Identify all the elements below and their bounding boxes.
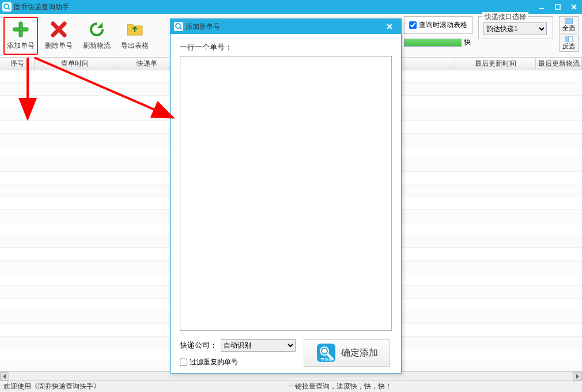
plus-icon — [12, 20, 30, 39]
col-seq[interactable]: 序号 — [0, 58, 35, 70]
refresh-button[interactable]: 刷新物流 — [80, 17, 114, 55]
close-button[interactable] — [566, 0, 582, 14]
add-order-dialog: 添加新单号 一行一个单号： 快递公司： 自动识别 过滤重复的单号 — [170, 18, 402, 374]
folder-export-icon — [126, 20, 144, 39]
export-button[interactable]: 导出表格 — [118, 17, 152, 55]
company-label: 快递公司： — [180, 340, 217, 350]
svg-line-12 — [180, 28, 182, 29]
select-all-label: 全选 — [562, 24, 575, 32]
confirm-add-button[interactable]: 查快递 确定添加 — [304, 339, 390, 367]
dialog-title: 添加新单号 — [186, 22, 220, 32]
invert-select-button[interactable]: 反选 — [559, 35, 579, 52]
interface-select[interactable]: 韵达快递1 — [483, 22, 547, 35]
svg-line-1 — [8, 8, 10, 10]
svg-rect-7 — [13, 28, 28, 31]
status-left: 欢迎使用《固乔快递查询快手》 — [3, 382, 100, 391]
scroll-checkbox-label: 查询时滚动表格 — [419, 20, 467, 30]
search-package-icon: 查快递 — [316, 342, 337, 363]
scroll-checkbox-frame[interactable]: 查询时滚动表格 — [404, 16, 473, 34]
col-time[interactable]: 查单时间 — [35, 58, 115, 70]
x-icon — [50, 20, 68, 39]
filter-duplicate-checkbox[interactable] — [180, 359, 187, 366]
refresh-icon — [88, 20, 106, 39]
window-title: 固乔快递查询助手 — [14, 2, 69, 12]
dialog-hint: 一行一个单号： — [180, 42, 392, 52]
scroll-checkbox[interactable] — [409, 21, 417, 29]
svg-rect-8 — [565, 18, 573, 24]
company-select[interactable]: 自动识别 — [221, 339, 296, 352]
svg-point-11 — [176, 24, 180, 28]
statusbar: 欢迎使用《固乔快递查询快手》 一键批量查询，速度快，快，快！ — [0, 380, 582, 392]
svg-point-0 — [4, 4, 9, 9]
dialog-app-icon — [174, 22, 183, 31]
svg-rect-10 — [569, 36, 573, 42]
delete-order-button[interactable]: 删除单号 — [41, 17, 76, 55]
app-icon — [2, 2, 12, 12]
col-lastlog[interactable]: 最后更新物流 — [536, 58, 582, 70]
order-textarea[interactable] — [180, 56, 392, 331]
scroll-right-icon[interactable] — [573, 372, 582, 380]
svg-rect-3 — [555, 5, 560, 9]
select-all-button[interactable]: 全选 — [559, 16, 579, 33]
interface-legend: 快递接口选择 — [482, 12, 528, 22]
dialog-titlebar: 添加新单号 — [171, 19, 401, 34]
col-update[interactable]: 最后更新时间 — [455, 58, 536, 70]
export-label: 导出表格 — [121, 41, 149, 51]
minimize-button[interactable] — [534, 0, 550, 14]
col-order[interactable]: 快递单 — [115, 58, 179, 70]
svg-rect-9 — [565, 36, 569, 42]
add-order-label: 添加单号 — [7, 41, 35, 51]
dialog-close-button[interactable] — [381, 20, 398, 33]
invert-select-label: 反选 — [562, 42, 575, 51]
svg-text:查快递: 查快递 — [320, 357, 332, 361]
refresh-label: 刷新物流 — [83, 41, 111, 51]
add-order-button[interactable]: 添加单号 — [3, 17, 38, 55]
filter-duplicate-label: 过滤重复的单号 — [190, 357, 238, 367]
progress-bar — [404, 39, 462, 47]
interface-group: 快递接口选择 韵达快递1 — [478, 16, 553, 39]
scroll-left-icon[interactable] — [0, 372, 9, 380]
maximize-button[interactable] — [550, 0, 566, 14]
status-center: 一键批量查询，速度快，快，快！ — [288, 382, 392, 391]
confirm-add-label: 确定添加 — [341, 347, 378, 359]
delete-order-label: 删除单号 — [45, 41, 73, 51]
progress-tail: 快 — [464, 37, 471, 47]
